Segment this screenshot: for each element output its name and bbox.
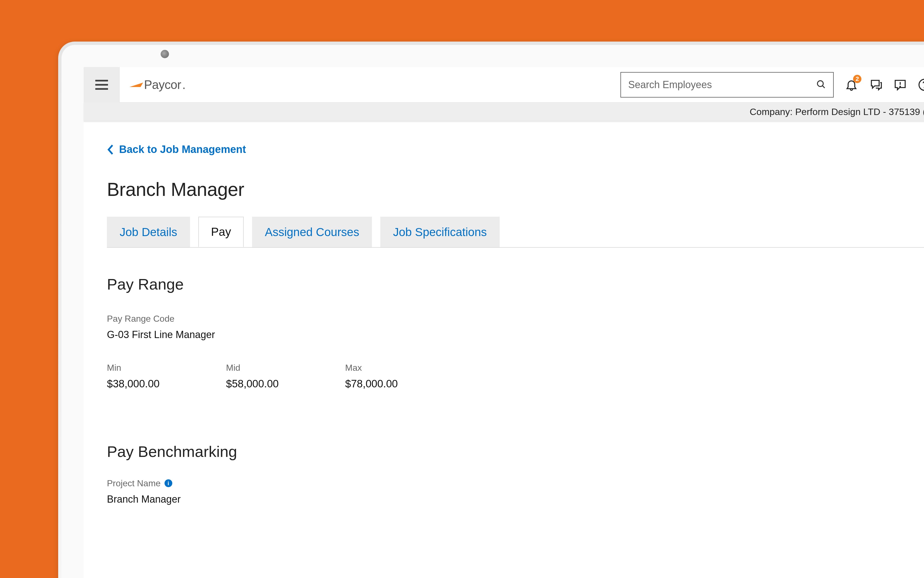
top-bar: Paycor. [84, 67, 924, 102]
company-label: Company: Perform Design LTD - 375139 (2 … [750, 106, 924, 117]
project-name-value: Branch Manager [107, 494, 924, 505]
tab-assigned-courses[interactable]: Assigned Courses [252, 217, 372, 247]
search-input[interactable] [628, 79, 816, 91]
pay-min-value: $38,000.00 [107, 378, 226, 390]
pay-range-title: Pay Range [107, 275, 184, 293]
chat-button[interactable] [867, 76, 884, 93]
pay-range-code-label: Pay Range Code [107, 314, 924, 324]
pay-min-label: Min [107, 363, 226, 373]
pay-benchmarking-section: Pay Benchmarking Project Name i Branch M… [107, 443, 924, 505]
pay-benchmarking-title: Pay Benchmarking [107, 443, 924, 461]
svg-point-4 [919, 79, 924, 90]
pay-range-code-value: G-03 First Line Manager [107, 329, 924, 341]
tab-job-details[interactable]: Job Details [107, 217, 190, 247]
svg-point-3 [900, 86, 900, 87]
help-icon [918, 78, 924, 91]
pay-mid-label: Mid [226, 363, 345, 373]
hamburger-icon [95, 80, 108, 90]
search-icon[interactable] [816, 79, 826, 90]
notification-badge: 2 [853, 75, 861, 83]
chevron-left-icon [107, 144, 113, 155]
page-title: Branch Manager [107, 179, 924, 200]
tab-pay[interactable]: Pay [198, 217, 244, 247]
logo-swoosh-icon [131, 79, 143, 90]
info-icon[interactable]: i [165, 479, 172, 487]
logo-text: Paycor [144, 78, 181, 92]
svg-line-1 [822, 86, 825, 88]
pay-max-label: Max [345, 363, 464, 373]
company-strip: Company: Perform Design LTD - 375139 (2 … [84, 102, 924, 121]
tabs: Job Details Pay Assigned Courses Job Spe… [107, 217, 924, 248]
project-name-label: Project Name i [107, 478, 924, 489]
alerts-button[interactable] [892, 76, 908, 93]
tab-job-specifications[interactable]: Job Specifications [380, 217, 500, 247]
app-window: Paycor. [84, 67, 924, 578]
back-link-label: Back to Job Management [119, 143, 246, 156]
device-frame: Paycor. [58, 42, 924, 578]
help-button[interactable] [916, 76, 924, 93]
back-to-job-management-link[interactable]: Back to Job Management [107, 143, 246, 156]
notifications-button[interactable]: 2 [843, 76, 860, 93]
pay-range-section: Pay Range Edit Pay Range Code G-03 First… [107, 273, 924, 390]
pay-max-value: $78,000.00 [345, 378, 464, 390]
brand-logo[interactable]: Paycor. [131, 78, 186, 92]
menu-button[interactable] [84, 67, 120, 102]
svg-point-0 [817, 81, 823, 86]
alert-bubble-icon [893, 78, 907, 91]
camera-icon [160, 50, 169, 58]
pay-mid-value: $58,000.00 [226, 378, 345, 390]
chat-icon [869, 78, 882, 91]
page-content: Back to Job Management Branch Manager Jo… [84, 121, 924, 505]
search-box[interactable] [621, 72, 834, 97]
